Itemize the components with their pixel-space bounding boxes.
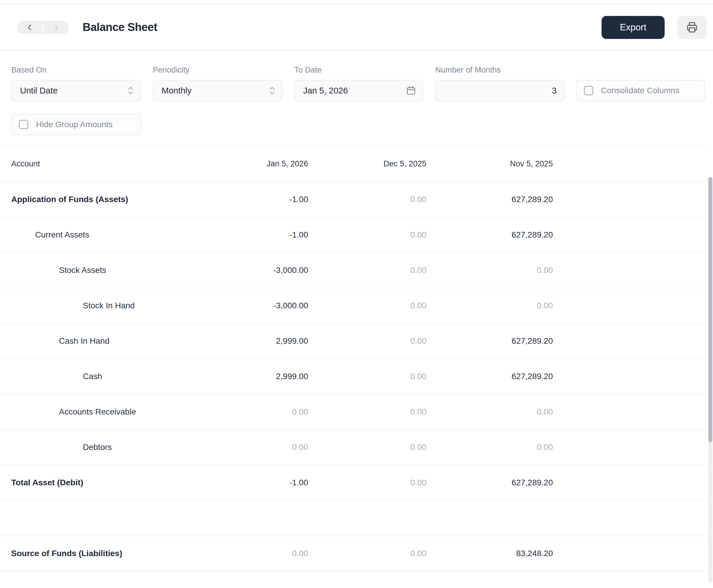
account-cell[interactable]: Cash	[0, 372, 207, 381]
table-row: Current Assets-1.000.00627,289.20	[0, 217, 709, 253]
amount-cell: 627,289.20	[426, 230, 553, 239]
print-button[interactable]	[677, 16, 707, 39]
filter-based-on: Based On Until Date	[11, 65, 141, 101]
select-spinner-icon	[268, 85, 276, 96]
table-row: Total Asset (Debit)-1.000.00627,289.20	[0, 465, 709, 501]
amount-cell: 0.00	[207, 549, 308, 558]
checkbox-icon	[19, 120, 28, 129]
periodicity-value: Monthly	[161, 86, 268, 96]
amount-cell: -3,000.00	[207, 266, 308, 275]
balance-sheet-page: Balance Sheet Export Based On Until Date	[0, 0, 713, 588]
table-body: Application of Funds (Assets)-1.000.0062…	[0, 182, 709, 571]
account-cell[interactable]: Source of Funds (Liabilities)	[0, 549, 207, 558]
based-on-value: Until Date	[20, 86, 127, 96]
calendar-icon	[405, 85, 417, 97]
history-nav	[17, 21, 69, 34]
table-row: Stock In Hand-3,000.000.000.00	[0, 288, 709, 324]
filters-section: Based On Until Date Periodicity Monthly	[0, 51, 713, 135]
export-button[interactable]: Export	[602, 16, 665, 39]
amount-cell: 83,248.20	[426, 549, 553, 558]
header-actions: Export	[602, 16, 707, 39]
table-row: Application of Funds (Assets)-1.000.0062…	[0, 182, 709, 217]
table-row-empty	[0, 501, 709, 536]
filter-consolidate-columns: Consolidate Columns	[576, 80, 705, 101]
periodicity-label: Periodicity	[153, 65, 282, 75]
to-date-label: To Date	[294, 65, 424, 75]
filter-periodicity: Periodicity Monthly	[153, 65, 282, 101]
amount-cell: 627,289.20	[426, 336, 553, 346]
to-date-input[interactable]: Jan 5, 2026	[294, 80, 424, 101]
column-header-period-3: Nov 5, 2025	[426, 159, 553, 168]
account-cell[interactable]: Total Asset (Debit)	[0, 478, 207, 487]
amount-cell: 627,289.20	[426, 372, 553, 381]
amount-cell: -1.00	[207, 195, 308, 204]
back-button[interactable]	[17, 21, 42, 34]
amount-cell: 0.00	[426, 266, 553, 275]
account-cell[interactable]: Accounts Receivable	[0, 407, 207, 417]
account-cell[interactable]: Stock In Hand	[0, 301, 207, 310]
table-row: Source of Funds (Liabilities)0.000.0083,…	[0, 536, 709, 571]
filters-row-1: Based On Until Date Periodicity Monthly	[11, 65, 713, 101]
number-of-months-label: Number of Months	[435, 65, 564, 75]
amount-cell: 0.00	[426, 443, 553, 452]
page-title: Balance Sheet	[83, 21, 157, 34]
amount-cell: 0.00	[308, 301, 426, 310]
column-header-account: Account	[0, 159, 207, 168]
table-row: Stock Assets-3,000.000.000.00	[0, 253, 709, 288]
amount-cell: 2,999.00	[207, 336, 308, 346]
amount-cell: 0.00	[308, 336, 426, 346]
forward-button[interactable]	[43, 21, 69, 34]
account-cell[interactable]: Application of Funds (Assets)	[0, 195, 207, 204]
vertical-scrollbar-thumb[interactable]	[708, 177, 712, 442]
amount-cell: 0.00	[308, 195, 426, 204]
chevron-left-icon	[26, 23, 34, 31]
filter-number-of-months: Number of Months 3	[435, 65, 564, 101]
amount-cell: 0.00	[207, 407, 308, 417]
printer-icon	[685, 21, 699, 34]
filters-row-2: Hide Group Amounts	[11, 114, 713, 135]
report-header: Balance Sheet Export	[0, 4, 713, 51]
consolidate-columns-checkbox[interactable]: Consolidate Columns	[576, 80, 705, 101]
hide-group-amounts-checkbox[interactable]: Hide Group Amounts	[11, 114, 141, 135]
amount-cell: 2,999.00	[207, 372, 308, 381]
amount-cell: 0.00	[308, 230, 426, 239]
amount-cell: 0.00	[426, 407, 553, 417]
amount-cell: 0.00	[308, 407, 426, 417]
amount-cell: 0.00	[308, 549, 426, 558]
amount-cell: -3,000.00	[207, 301, 308, 310]
based-on-select[interactable]: Until Date	[11, 80, 141, 101]
table-row: Cash2,999.000.00627,289.20	[0, 359, 709, 395]
hide-group-amounts-label: Hide Group Amounts	[36, 120, 113, 129]
to-date-value: Jan 5, 2026	[303, 86, 405, 96]
amount-cell: -1.00	[207, 230, 308, 239]
column-header-period-2: Dec 5, 2025	[308, 159, 426, 168]
amount-cell: 0.00	[426, 301, 553, 310]
number-of-months-input[interactable]: 3	[435, 80, 564, 101]
chevron-right-icon	[52, 23, 61, 31]
amount-cell: 627,289.20	[426, 195, 553, 204]
table-row: Debtors0.000.000.00	[0, 430, 709, 465]
account-cell[interactable]: Stock Assets	[0, 266, 207, 275]
amount-cell: 0.00	[308, 372, 426, 381]
amount-cell: 627,289.20	[426, 478, 553, 487]
account-cell[interactable]: Current Assets	[0, 230, 207, 239]
column-header-period-1: Jan 5, 2026	[207, 159, 308, 168]
filter-to-date: To Date Jan 5, 2026	[294, 65, 424, 101]
table-header-row: Account Jan 5, 2026 Dec 5, 2025 Nov 5, 2…	[0, 145, 709, 182]
amount-cell: 0.00	[308, 266, 426, 275]
vertical-scrollbar-track[interactable]	[708, 177, 712, 583]
number-of-months-value: 3	[444, 86, 557, 96]
select-spinner-icon	[127, 85, 134, 96]
based-on-label: Based On	[11, 65, 141, 75]
checkbox-icon	[584, 86, 593, 95]
amount-cell: 0.00	[207, 443, 308, 452]
consolidate-columns-label: Consolidate Columns	[601, 86, 679, 95]
amount-cell: -1.00	[207, 478, 308, 487]
account-cell[interactable]: Debtors	[0, 443, 207, 452]
table-row: Cash In Hand2,999.000.00627,289.20	[0, 324, 709, 359]
periodicity-select[interactable]: Monthly	[153, 80, 282, 101]
amount-cell: 0.00	[308, 443, 426, 452]
table-row: Accounts Receivable0.000.000.00	[0, 395, 709, 430]
account-cell[interactable]: Cash In Hand	[0, 336, 207, 346]
balance-sheet-table: Account Jan 5, 2026 Dec 5, 2025 Nov 5, 2…	[0, 145, 709, 571]
